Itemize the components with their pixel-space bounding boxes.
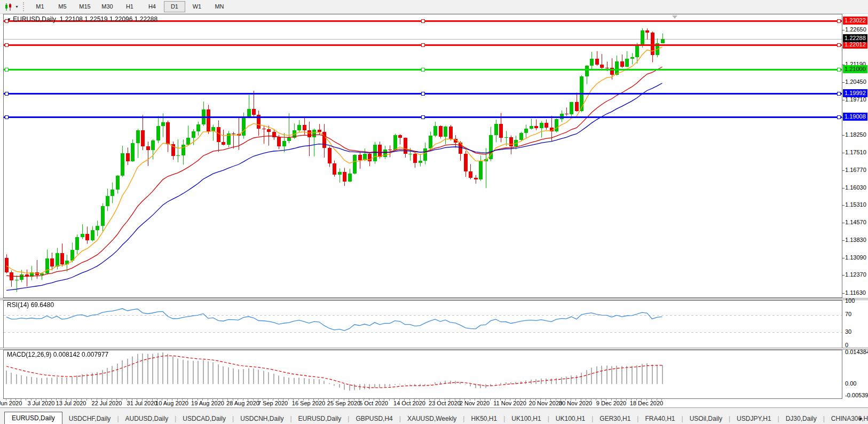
- level-line-handle[interactable]: [421, 68, 425, 72]
- date-label: 20 Nov 2020: [529, 400, 562, 406]
- chart-shift-marker[interactable]: [672, 15, 677, 19]
- date-minor-tick: [490, 399, 491, 401]
- chart-tab-usdcad-daily[interactable]: USDCAD,Daily: [176, 413, 232, 424]
- date-label: 23 Oct 2020: [429, 400, 461, 406]
- date-minor-tick: [389, 399, 390, 401]
- date-label: 14 Oct 2020: [393, 400, 425, 406]
- date-label: 28 Aug 2020: [226, 400, 259, 406]
- date-label: 3 Jul 2020: [28, 400, 55, 406]
- chevron-down-icon[interactable]: ▼: [15, 5, 19, 9]
- chart-tab-usdchf-daily[interactable]: USDCHF,Daily: [62, 413, 117, 424]
- price-tick: [842, 293, 845, 294]
- timeframe-button-h4[interactable]: H4: [141, 1, 163, 12]
- chart-tabs: EURUSD,DailyUSDCHF,Daily|AUDUSD,Daily|US…: [0, 412, 868, 424]
- timeframe-button-m1[interactable]: M1: [29, 1, 51, 12]
- date-label: 7 Sep 2020: [258, 400, 288, 406]
- price-tick: [842, 135, 845, 136]
- scroll-right-icon[interactable]: ►: [858, 415, 866, 421]
- chart-tab-xauusd-weekly[interactable]: XAUUSD,Weekly: [401, 413, 463, 424]
- price-tick-label: 1.20450: [845, 78, 866, 85]
- price-tick-label: 1.14570: [845, 219, 866, 225]
- chart-tab-usoil-daily[interactable]: USOil,Daily: [683, 413, 729, 424]
- chart-tab-uk100-h1[interactable]: UK100,H1: [549, 413, 591, 424]
- date-label: 22 Jul 2020: [92, 400, 122, 406]
- level-line-handle[interactable]: [421, 19, 425, 23]
- date-label: 5 Oct 2020: [359, 400, 388, 406]
- metatrader-window: ▼ M1M5M15M30H1H4D1W1MN ▼ EURUSD,Daily 1.…: [0, 0, 868, 424]
- price-tick-label: 1.16030: [845, 184, 866, 191]
- price-tick-label: 1.22650: [845, 26, 866, 33]
- rsi-tick-label: 30: [845, 328, 851, 335]
- level-line-handle[interactable]: [5, 68, 9, 72]
- timeframe-button-mn[interactable]: MN: [209, 1, 230, 12]
- chart-tab-eurusd-daily[interactable]: EURUSD,Daily: [292, 413, 348, 424]
- chart-tab-fra40-h1[interactable]: FRA40,H1: [638, 413, 681, 424]
- chart-tab-hk50-h1[interactable]: HK50,H1: [464, 413, 503, 424]
- chart-tab-gbpusd-h4[interactable]: GBPUSD,H4: [349, 413, 399, 424]
- level-line-handle[interactable]: [837, 19, 841, 23]
- chart-ohlc-values: 1.22108 1.22519 1.22096 1.22288: [60, 15, 158, 23]
- timeframe-button-m30[interactable]: M30: [97, 1, 118, 12]
- timeframe-buttons: M1M5M15M30H1H4D1W1MN: [29, 1, 231, 12]
- macd-label: MACD(12,26,9) 0.008142 0.007977: [7, 351, 108, 358]
- timeframe-button-w1[interactable]: W1: [186, 1, 208, 12]
- level-line-handle[interactable]: [837, 115, 841, 119]
- date-axis: 24 Jun 20203 Jul 202013 Jul 202022 Jul 2…: [0, 399, 868, 407]
- price-tick: [842, 205, 845, 206]
- timeframe-button-m15[interactable]: M15: [74, 1, 96, 12]
- level-price-label: 1.21000: [843, 65, 867, 73]
- macd-canvas[interactable]: [4, 350, 842, 398]
- price-tick-label: 1.17510: [845, 149, 866, 155]
- level-line-handle[interactable]: [5, 115, 9, 119]
- level-price-label: 1.19008: [843, 113, 867, 121]
- chart-tab-audusd-daily[interactable]: AUDUSD,Daily: [119, 413, 175, 424]
- date-label: 9 Dec 2020: [596, 400, 626, 406]
- candlestick-chart-icon[interactable]: [3, 3, 14, 11]
- level-line-handle[interactable]: [421, 92, 425, 96]
- level-line-handle[interactable]: [837, 68, 841, 72]
- chart-tab-ger30-h1[interactable]: GER30,H1: [593, 413, 637, 424]
- chart-tab-eurusd-daily[interactable]: EURUSD,Daily: [4, 412, 62, 424]
- rsi-canvas[interactable]: [4, 301, 842, 348]
- date-label: 18 Dec 2020: [630, 400, 663, 406]
- price-tick: [842, 275, 845, 276]
- chart-tab-uk100-h1[interactable]: UK100,H1: [505, 413, 547, 424]
- price-tick: [842, 223, 845, 223]
- level-line-handle[interactable]: [5, 43, 9, 47]
- timeframe-button-d1[interactable]: D1: [164, 1, 185, 12]
- date-minor-tick: [626, 399, 627, 401]
- rsi-label: RSI(14) 69.6480: [7, 301, 54, 309]
- chart-tab-bar: EURUSD,DailyUSDCHF,Daily|AUDUSD,Daily|US…: [0, 407, 868, 424]
- current-price-label: 1.22288: [843, 34, 867, 42]
- price-tick: [842, 30, 845, 30]
- price-tick-label: 1.15310: [845, 201, 866, 208]
- level-line-handle[interactable]: [837, 92, 841, 96]
- rsi-panel: RSI(14) 69.6480: [3, 300, 842, 348]
- level-line-handle[interactable]: [421, 115, 425, 119]
- level-line-handle[interactable]: [421, 43, 425, 47]
- level-line-handle[interactable]: [837, 43, 841, 47]
- level-line-handle[interactable]: [5, 92, 9, 96]
- scroll-left-icon[interactable]: ◄: [851, 415, 858, 421]
- price-tick-label: 1.13090: [845, 254, 866, 261]
- chart-tab-usdcnh-daily[interactable]: USDCNH,Daily: [234, 413, 290, 424]
- chart-tab-dj30-daily[interactable]: DJ30,Daily: [779, 413, 823, 424]
- price-chart-canvas[interactable]: [4, 14, 842, 297]
- price-tick-label: 1.12370: [845, 271, 866, 278]
- level-price-label: 1.23022: [843, 17, 867, 25]
- price-tick-label: 1.13830: [845, 237, 866, 243]
- toolbar-grip[interactable]: [23, 2, 26, 11]
- date-label: 2 Nov 2020: [460, 400, 490, 406]
- timeframe-button-m5[interactable]: M5: [52, 1, 73, 12]
- price-tick: [842, 100, 845, 100]
- chart-tab-usdjpy-h1[interactable]: USDJPY,H1: [730, 413, 777, 424]
- price-chart-panel: ▼ EURUSD,Daily 1.22108 1.22519 1.22096 1…: [3, 14, 842, 298]
- collapse-caret-icon[interactable]: ▼: [7, 17, 11, 22]
- level-price-label: 1.19992: [843, 89, 867, 97]
- timeframe-button-h1[interactable]: H1: [119, 1, 140, 12]
- price-tick-label: 1.11630: [845, 289, 866, 296]
- chart-symbol-label: EURUSD,Daily: [13, 15, 56, 23]
- price-tick: [842, 258, 845, 258]
- date-minor-tick: [26, 399, 26, 401]
- date-label: 24 Jun 2020: [0, 400, 22, 406]
